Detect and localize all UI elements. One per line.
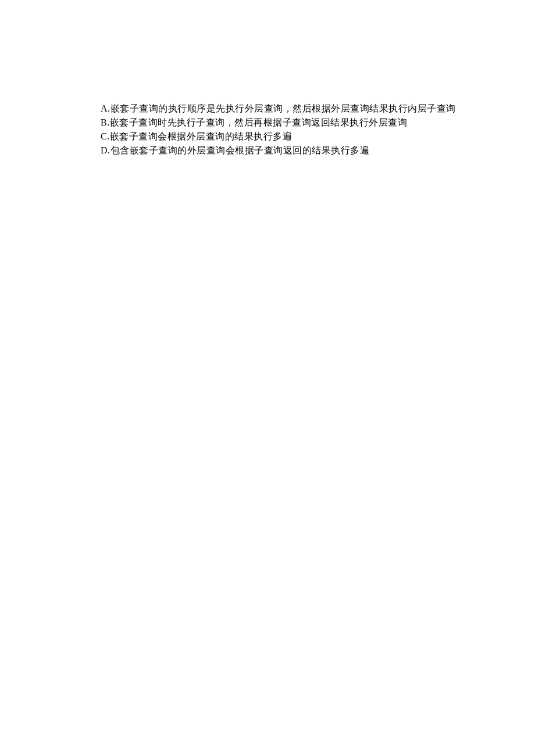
option-c: C.嵌套子查询会根据外层查询的结果执行多遍 bbox=[101, 130, 465, 144]
option-b-text: 嵌套子查询时先执行子查询，然后再根据子查询返回结果执行外层查询 bbox=[110, 117, 408, 127]
question-options: A.嵌套子查询的执行顺序是先执行外层查询，然后根据外层查询结果执行内层子查询 B… bbox=[101, 102, 465, 157]
option-a-text: 嵌套子查询的执行顺序是先执行外层查询，然后根据外层查询结果执行内层子查询 bbox=[110, 103, 456, 113]
option-d: D.包含嵌套子查询的外层查询会根据子查询返回的结果执行多遍 bbox=[101, 144, 465, 157]
option-b: B.嵌套子查询时先执行子查询，然后再根据子查询返回结果执行外层查询 bbox=[101, 116, 465, 130]
option-b-label: B. bbox=[101, 117, 110, 127]
option-c-label: C. bbox=[101, 131, 110, 141]
option-d-text: 包含嵌套子查询的外层查询会根据子查询返回的结果执行多遍 bbox=[110, 145, 370, 155]
option-a: A.嵌套子查询的执行顺序是先执行外层查询，然后根据外层查询结果执行内层子查询 bbox=[101, 102, 465, 116]
option-a-label: A. bbox=[101, 103, 110, 113]
option-d-label: D. bbox=[101, 145, 110, 155]
option-c-text: 嵌套子查询会根据外层查询的结果执行多遍 bbox=[110, 131, 293, 141]
